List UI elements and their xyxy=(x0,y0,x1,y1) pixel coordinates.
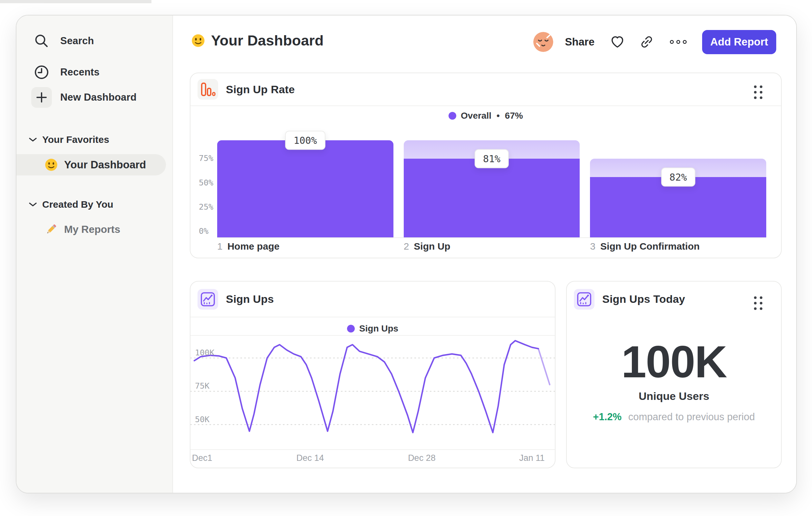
step-name: Sign Up xyxy=(414,241,450,252)
main-content: Your Dashboard Share Add Report xyxy=(173,16,796,493)
legend-label: Overall xyxy=(461,111,491,121)
line-legend: Sign Ups xyxy=(191,322,555,336)
sidebar-item-label: New Dashboard xyxy=(60,91,137,103)
more-options-icon[interactable] xyxy=(669,39,687,45)
chevron-down-icon xyxy=(28,137,38,142)
step-name: Home page xyxy=(228,241,280,252)
kpi-delta-row: +1.2% compared to previous period xyxy=(567,411,781,423)
sign-ups-line-chart[interactable]: 100K 75K 50K xyxy=(191,335,555,449)
sidebar-section-created-by-you[interactable]: Created By You xyxy=(17,195,172,214)
sidebar-item-my-reports[interactable]: My Reports xyxy=(17,219,120,240)
x-axis-tick: Dec 14 xyxy=(296,453,324,463)
legend-label: Sign Ups xyxy=(359,323,398,334)
y-axis-tick: 50% xyxy=(199,178,213,187)
line-chart-icon xyxy=(574,289,594,309)
y-axis-tick: 0% xyxy=(199,226,208,236)
card-header: Sign Ups Today xyxy=(567,281,781,317)
add-report-button[interactable]: Add Report xyxy=(702,30,776,54)
x-axis-tick: Jan 11 xyxy=(519,453,545,463)
line-chart-svg xyxy=(191,335,555,449)
funnel-step-label: 3 Sign Up Confirmation xyxy=(590,241,766,252)
copy-link-icon[interactable] xyxy=(640,35,653,48)
funnel-x-labels: 1 Home page 2 Sign Up 3 Sign Up Confirma… xyxy=(217,241,766,252)
slightly-smiling-face-emoji xyxy=(44,158,58,172)
sidebar-item-label: Your Dashboard xyxy=(64,159,146,171)
sidebar-item-your-dashboard[interactable]: Your Dashboard xyxy=(17,154,166,175)
sidebar-item-new-dashboard[interactable]: New Dashboard xyxy=(17,87,172,108)
section-title: Your Favorites xyxy=(42,134,109,145)
legend-dot xyxy=(347,325,355,332)
y-axis-tick: 75% xyxy=(199,154,213,163)
chevron-down-icon xyxy=(28,202,38,207)
sidebar-item-label: My Reports xyxy=(64,223,120,236)
sidebar-item-recents[interactable]: Recents xyxy=(17,62,172,83)
kpi-metric-label: Unique Users xyxy=(567,390,781,403)
divider xyxy=(191,317,555,317)
legend-dot xyxy=(448,112,456,120)
y-axis-tick: 50K xyxy=(195,415,209,424)
y-axis-tick: 25% xyxy=(199,202,213,212)
x-axis-tick: Dec 28 xyxy=(408,453,436,463)
drag-handle-icon[interactable] xyxy=(754,85,762,99)
card-header: Sign Ups xyxy=(191,281,555,317)
screen-edge-artifact xyxy=(0,0,151,3)
legend-separator: • xyxy=(497,111,500,121)
funnel-value-tooltip: 81% xyxy=(475,149,509,168)
card-header: Sign Up Rate xyxy=(191,73,781,105)
funnel-bar-home-page[interactable]: 100% xyxy=(217,140,394,237)
funnel-step-label: 1 Home page xyxy=(217,241,394,252)
sign-ups-today-card: Sign Ups Today 100K Unique Users +1.2% c… xyxy=(566,281,782,468)
sidebar-item-label: Recents xyxy=(60,66,99,78)
pencil-emoji xyxy=(44,222,58,236)
funnel-legend: Overall • 67% xyxy=(191,111,781,121)
line-chart-icon xyxy=(198,289,218,309)
funnel-plot: 100% 81% 82% xyxy=(217,140,766,237)
header-actions: Share Add Report xyxy=(533,29,776,55)
step-number: 3 xyxy=(590,241,596,252)
user-avatar[interactable] xyxy=(533,32,553,52)
funnel-bar-fill xyxy=(404,159,580,237)
share-button[interactable]: Share xyxy=(565,36,594,48)
x-axis-tick: Dec1 xyxy=(192,453,212,463)
card-title: Sign Up Rate xyxy=(226,83,295,96)
drag-handle-icon[interactable] xyxy=(754,296,762,310)
step-number: 1 xyxy=(217,241,223,252)
funnel-y-axis: 75% 50% 25% 0% xyxy=(199,140,217,237)
step-name: Sign Up Confirmation xyxy=(600,241,700,252)
legend-value: 67% xyxy=(505,111,523,121)
y-axis-tick: 100K xyxy=(195,348,214,357)
funnel-bar-sign-up[interactable]: 81% xyxy=(404,140,580,237)
slightly-smiling-face-emoji xyxy=(191,33,205,48)
kpi-delta: +1.2% xyxy=(593,411,621,423)
y-axis-tick: 75K xyxy=(195,381,209,390)
sidebar-item-label: Search xyxy=(60,35,94,47)
sign-ups-card: Sign Ups Sign Ups 100K 75K 50K Dec1 Dec … xyxy=(190,281,555,468)
page-title: Your Dashboard xyxy=(211,32,324,49)
favorite-heart-icon[interactable] xyxy=(611,35,624,48)
divider xyxy=(191,105,781,106)
sidebar: Search Recents New Dashboard Your Favori… xyxy=(17,16,173,493)
page-header: Your Dashboard xyxy=(191,32,324,49)
funnel-bars-icon xyxy=(198,79,218,100)
app-window: Search Recents New Dashboard Your Favori… xyxy=(16,15,797,493)
step-number: 2 xyxy=(404,241,409,252)
funnel-bar-fill xyxy=(217,140,394,237)
sign-up-rate-card: Sign Up Rate Overall • 67% 75% 50% 25% 0… xyxy=(190,73,782,258)
sidebar-item-search[interactable]: Search xyxy=(17,31,172,51)
kpi-value: 100K xyxy=(567,336,781,388)
section-title: Created By You xyxy=(42,199,113,210)
card-title: Sign Ups Today xyxy=(602,293,685,305)
funnel-value-tooltip: 82% xyxy=(661,168,695,187)
card-title: Sign Ups xyxy=(226,293,274,305)
kpi-delta-note: compared to previous period xyxy=(628,411,755,423)
funnel-chart: 75% 50% 25% 0% 100% 81% xyxy=(199,140,766,237)
line-x-axis: Dec1 Dec 14 Dec 28 Jan 11 xyxy=(191,448,555,468)
clock-icon xyxy=(31,62,52,83)
funnel-bar-sign-up-confirmation[interactable]: 82% xyxy=(590,140,766,237)
plus-icon xyxy=(31,87,52,108)
sidebar-section-your-favorites[interactable]: Your Favorites xyxy=(17,130,172,149)
funnel-value-tooltip: 100% xyxy=(285,131,325,150)
funnel-step-label: 2 Sign Up xyxy=(404,241,580,252)
search-icon xyxy=(31,31,52,51)
